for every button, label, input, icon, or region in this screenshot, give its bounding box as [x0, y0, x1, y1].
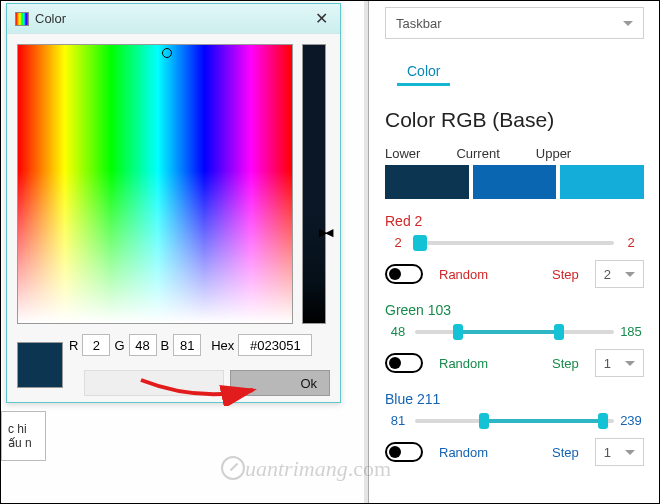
- red-step-value: 2: [604, 267, 611, 282]
- green-random-toggle[interactable]: [385, 353, 423, 373]
- blue-max: 239: [618, 413, 644, 428]
- channel-blue-label: Blue 211: [385, 391, 644, 407]
- green-slider[interactable]: [415, 330, 614, 334]
- color-swatch: [17, 342, 63, 388]
- target-dropdown[interactable]: Taskbar: [385, 7, 644, 39]
- channel-red-label: Red 2: [385, 213, 644, 229]
- blue-min: 81: [385, 413, 411, 428]
- close-icon[interactable]: ✕: [311, 9, 332, 28]
- chevron-down-icon: [623, 21, 633, 26]
- step-label: Step: [552, 267, 579, 282]
- red-random-toggle[interactable]: [385, 264, 423, 284]
- header-lower: Lower: [385, 146, 420, 161]
- section-title: Color RGB (Base): [385, 108, 644, 132]
- palette-icon: [15, 12, 29, 26]
- blue-step-value: 1: [604, 445, 611, 460]
- green-step-select[interactable]: 1: [595, 349, 644, 377]
- blue-slider-knob-max[interactable]: [598, 413, 608, 429]
- green-slider-knob-min[interactable]: [453, 324, 463, 340]
- background-fragment: c hi ấu n: [1, 411, 46, 461]
- red-min: 2: [385, 235, 411, 250]
- ok-button[interactable]: Ok: [230, 370, 330, 396]
- color-dialog: Color ✕ ▶◀ R G B He: [6, 3, 341, 403]
- dialog-title: Color: [35, 11, 66, 26]
- b-input[interactable]: [173, 334, 201, 356]
- chevron-down-icon: [625, 450, 635, 455]
- red-slider-knob-max[interactable]: [417, 235, 427, 251]
- value-slider[interactable]: [302, 44, 326, 324]
- tab-color[interactable]: Color: [397, 63, 450, 86]
- settings-panel: Taskbar Color Color RGB (Base) Lower Cur…: [368, 1, 660, 504]
- hue-saturation-picker[interactable]: [17, 44, 293, 324]
- hex-input[interactable]: [238, 334, 312, 356]
- watermark-clock-icon: [221, 456, 245, 480]
- red-max: 2: [618, 235, 644, 250]
- step-label: Step: [552, 445, 579, 460]
- color-upper[interactable]: [560, 165, 644, 199]
- color-current[interactable]: [473, 165, 557, 199]
- random-label: Random: [439, 445, 488, 460]
- header-current: Current: [456, 146, 499, 161]
- green-step-value: 1: [604, 356, 611, 371]
- color-lower[interactable]: [385, 165, 469, 199]
- g-input[interactable]: [129, 334, 157, 356]
- r-input[interactable]: [82, 334, 110, 356]
- header-upper: Upper: [536, 146, 571, 161]
- random-label: Random: [439, 356, 488, 371]
- chevron-down-icon: [625, 272, 635, 277]
- empty-button[interactable]: [84, 370, 224, 396]
- b-label: B: [161, 338, 170, 353]
- step-label: Step: [552, 356, 579, 371]
- g-label: G: [114, 338, 124, 353]
- ok-button-label: Ok: [300, 376, 317, 391]
- value-slider-thumb[interactable]: ▶◀: [319, 226, 331, 239]
- green-slider-knob-max[interactable]: [554, 324, 564, 340]
- green-min: 48: [385, 324, 411, 339]
- blue-slider-knob-min[interactable]: [479, 413, 489, 429]
- blue-step-select[interactable]: 1: [595, 438, 644, 466]
- chevron-down-icon: [625, 361, 635, 366]
- r-label: R: [69, 338, 78, 353]
- random-label: Random: [439, 267, 488, 282]
- green-max: 185: [618, 324, 644, 339]
- picker-cursor: [162, 48, 172, 58]
- red-step-select[interactable]: 2: [595, 260, 644, 288]
- red-slider[interactable]: [415, 241, 614, 245]
- watermark: uantrimang.com: [221, 456, 391, 482]
- titlebar[interactable]: Color ✕: [7, 4, 340, 34]
- dropdown-value: Taskbar: [396, 16, 442, 31]
- blue-slider[interactable]: [415, 419, 614, 423]
- channel-green-label: Green 103: [385, 302, 644, 318]
- hex-label: Hex: [211, 338, 234, 353]
